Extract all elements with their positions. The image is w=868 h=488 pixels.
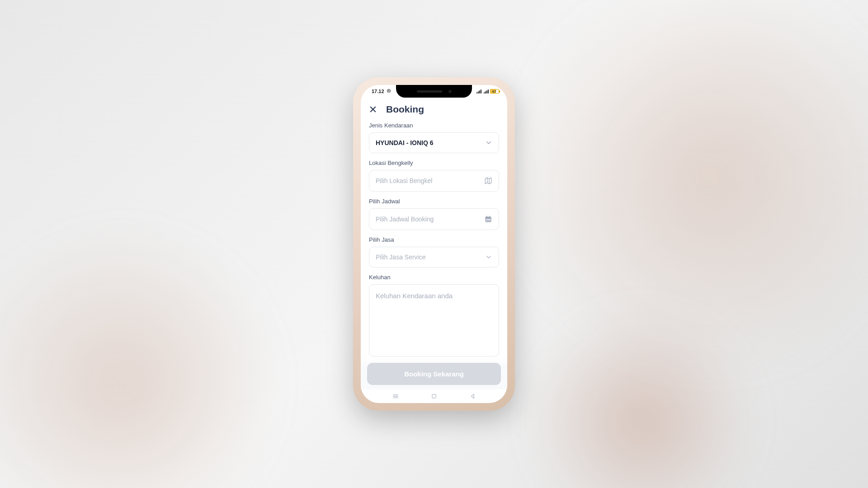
phone-frame: 17.12 67 Booking Jenis Ken <box>354 79 514 409</box>
complaint-textarea[interactable]: Keluhan Kendaraan anda <box>369 284 499 357</box>
location-field-group: Lokasi Bengkelly Pilih Lokasi Bengkel <box>369 160 499 192</box>
service-select[interactable]: Pilih Jasa Service <box>369 247 499 267</box>
recent-apps-button[interactable] <box>392 392 400 400</box>
location-select[interactable]: Pilih Lokasi Bengkel <box>369 170 499 192</box>
svg-point-1 <box>388 90 389 91</box>
location-label: Lokasi Bengkelly <box>369 160 499 166</box>
android-nav-bar <box>361 389 507 403</box>
svg-rect-10 <box>489 216 490 218</box>
phone-notch <box>396 85 472 98</box>
service-placeholder: Pilih Jasa Service <box>376 253 426 261</box>
schedule-placeholder: Pilih Jadwal Booking <box>376 216 434 223</box>
vehicle-select[interactable]: HYUNDAI - IONIQ 6 <box>369 132 499 153</box>
svg-rect-12 <box>488 219 489 220</box>
form-content: Jenis Kendaraan HYUNDAI - IONIQ 6 Lokasi… <box>361 119 507 357</box>
location-placeholder: Pilih Lokasi Bengkel <box>376 177 432 184</box>
calendar-icon <box>484 215 492 223</box>
schedule-field-group: Pilih Jadwal Pilih Jadwal Booking <box>369 198 499 230</box>
chevron-down-icon <box>485 253 492 261</box>
vehicle-value: HYUNDAI - IONIQ 6 <box>376 139 434 146</box>
svg-rect-13 <box>489 219 490 220</box>
complaint-placeholder: Keluhan Kendaraan anda <box>376 292 453 300</box>
vehicle-label: Jenis Kendaraan <box>369 122 499 129</box>
map-icon <box>484 177 492 185</box>
battery-icon: 67 <box>490 89 499 94</box>
complaint-label: Keluhan <box>369 274 499 281</box>
back-button[interactable] <box>469 392 477 400</box>
home-button[interactable] <box>430 392 438 400</box>
chevron-down-icon <box>485 139 492 146</box>
location-indicator-icon <box>387 89 391 94</box>
schedule-label: Pilih Jadwal <box>369 198 499 205</box>
svg-marker-4 <box>485 178 491 184</box>
svg-rect-11 <box>486 219 487 220</box>
svg-marker-18 <box>471 394 474 398</box>
complaint-field-group: Keluhan Keluhan Kendaraan anda <box>369 274 499 357</box>
submit-button[interactable]: Booking Sekarang <box>367 363 501 385</box>
signal-icon <box>484 89 489 94</box>
status-time: 17.12 <box>372 89 384 94</box>
app-header: Booking <box>361 98 507 119</box>
page-title: Booking <box>386 104 424 115</box>
app-screen: 17.12 67 Booking Jenis Ken <box>361 85 507 403</box>
service-field-group: Pilih Jasa Pilih Jasa Service <box>369 236 499 267</box>
close-button[interactable] <box>369 105 377 113</box>
svg-rect-9 <box>486 216 487 218</box>
vehicle-field-group: Jenis Kendaraan HYUNDAI - IONIQ 6 <box>369 122 499 153</box>
schedule-select[interactable]: Pilih Jadwal Booking <box>369 208 499 230</box>
svg-rect-17 <box>432 394 436 398</box>
signal-icon <box>476 89 481 94</box>
svg-rect-8 <box>485 217 491 219</box>
service-label: Pilih Jasa <box>369 236 499 243</box>
bottom-action-bar: Booking Sekarang <box>361 357 507 389</box>
